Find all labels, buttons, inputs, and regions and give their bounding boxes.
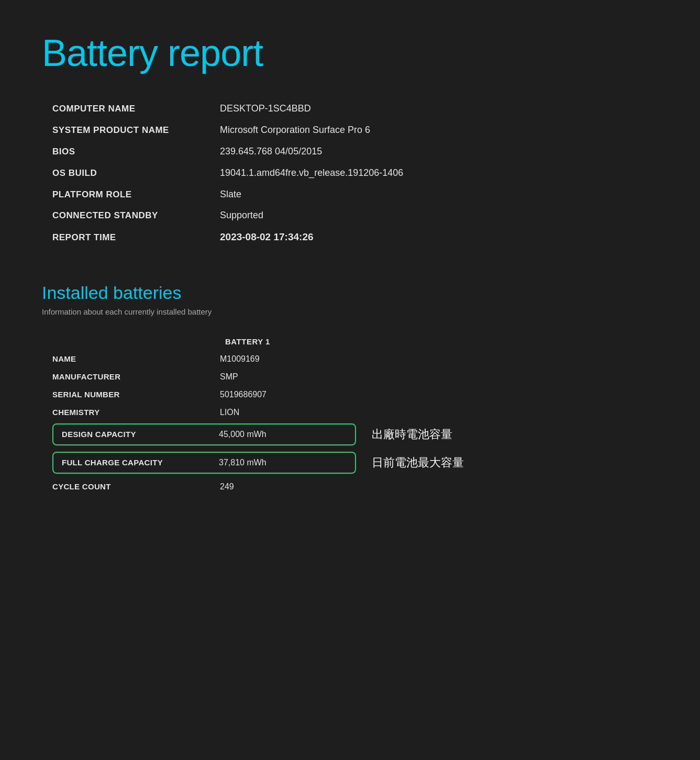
info-row: COMPUTER NAMEDESKTOP-1SC4BBD — [52, 100, 658, 117]
annotation-text: 日前電池最大容量 — [372, 455, 464, 471]
highlighted-battery-row-wrapper: DESIGN CAPACITY45,000 mWh出廠時電池容量 — [52, 423, 419, 445]
battery-plain-row: CYCLE COUNT249 — [52, 480, 419, 494]
battery-row-value: 5019686907 — [220, 390, 266, 399]
battery-row-label: DESIGN CAPACITY — [62, 430, 219, 439]
info-label: PLATFORM ROLE — [52, 187, 220, 203]
info-value: 19041.1.amd64fre.vb_release.191206-1406 — [220, 165, 403, 181]
info-label: BIOS — [52, 144, 220, 160]
info-row: CONNECTED STANDBYSupported — [52, 207, 658, 223]
battery-row-value: 45,000 mWh — [219, 430, 266, 439]
battery-row-label: NAME — [52, 354, 220, 363]
system-info-table: COMPUTER NAMEDESKTOP-1SC4BBDSYSTEM PRODU… — [52, 100, 658, 246]
info-label: COMPUTER NAME — [52, 102, 220, 117]
section-subtitle: Information about each currently install… — [42, 307, 658, 316]
battery-row-value: M1009169 — [220, 354, 260, 364]
battery-plain-row: NAMEM1009169 — [52, 352, 419, 366]
battery-plain-row: MANUFACTURERSMP — [52, 370, 419, 384]
info-value: 2023-08-02 17:34:26 — [220, 229, 314, 245]
info-row: OS BUILD19041.1.amd64fre.vb_release.1912… — [52, 165, 658, 181]
page-title: Battery report — [42, 31, 658, 74]
info-row: REPORT TIME2023-08-02 17:34:26 — [52, 229, 658, 245]
info-label: REPORT TIME — [52, 230, 220, 245]
battery-column-header: BATTERY 1 — [220, 337, 270, 346]
highlighted-battery-box: DESIGN CAPACITY45,000 mWh — [52, 423, 356, 445]
info-value: Slate — [220, 186, 241, 203]
highlighted-battery-box: FULL CHARGE CAPACITY37,810 mWh — [52, 452, 356, 474]
battery-table: BATTERY 1NAMEM1009169MANUFACTURERSMPSERI… — [52, 337, 419, 494]
battery-row-value: 37,810 mWh — [219, 458, 266, 467]
info-value: 239.645.768 04/05/2015 — [220, 143, 322, 160]
battery-row-label: CYCLE COUNT — [52, 482, 220, 491]
section-title: Installed batteries — [42, 283, 658, 303]
info-label: SYSTEM PRODUCT NAME — [52, 123, 220, 138]
battery-row-label: FULL CHARGE CAPACITY — [62, 458, 219, 467]
info-row: BIOS239.645.768 04/05/2015 — [52, 143, 658, 160]
installed-batteries-section: Installed batteries Information about ea… — [42, 283, 658, 494]
info-row: PLATFORM ROLESlate — [52, 186, 658, 203]
battery-plain-row: SERIAL NUMBER5019686907 — [52, 388, 419, 401]
battery-header-row: BATTERY 1 — [52, 337, 419, 346]
info-row: SYSTEM PRODUCT NAMEMicrosoft Corporation… — [52, 122, 658, 138]
annotation-text: 出廠時電池容量 — [372, 427, 452, 442]
info-value: Supported — [220, 207, 263, 223]
highlighted-battery-row-wrapper: FULL CHARGE CAPACITY37,810 mWh日前電池最大容量 — [52, 452, 419, 474]
info-label: CONNECTED STANDBY — [52, 208, 220, 223]
battery-row-value: LION — [220, 408, 239, 417]
info-value: DESKTOP-1SC4BBD — [220, 100, 311, 117]
battery-row-label: SERIAL NUMBER — [52, 390, 220, 399]
battery-row-label: CHEMISTRY — [52, 408, 220, 417]
battery-plain-row: CHEMISTRYLION — [52, 406, 419, 419]
battery-row-label: MANUFACTURER — [52, 372, 220, 381]
battery-row-value: 249 — [220, 482, 234, 491]
battery-row-value: SMP — [220, 372, 238, 382]
info-label: OS BUILD — [52, 166, 220, 181]
info-value: Microsoft Corporation Surface Pro 6 — [220, 122, 370, 138]
